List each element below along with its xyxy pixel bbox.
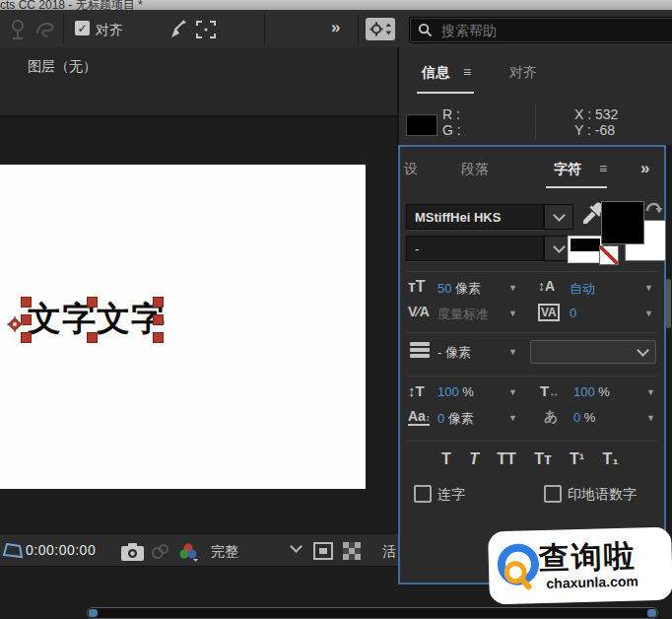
baseline-shift-value[interactable]: 0 像素	[437, 410, 474, 428]
marquee-bracket-icon[interactable]	[194, 19, 218, 40]
vertical-scale-value[interactable]: 100 %	[437, 384, 474, 399]
channel-rgb-icon[interactable]	[177, 542, 199, 562]
vertical-scale-icon: ↕T	[408, 382, 425, 399]
search-input[interactable]	[439, 22, 640, 39]
style-toggle-row: T T TT Tᴛ T¹ T₁	[441, 450, 619, 468]
font-size-value[interactable]: 50 像素	[437, 280, 481, 298]
info-panel-menu-icon[interactable]: ≡	[463, 64, 471, 80]
eyedropper-icon[interactable]	[579, 200, 603, 228]
stroke-width-number[interactable]: -	[437, 345, 441, 360]
puppet-pin-tool-icon[interactable]	[6, 18, 30, 41]
fill-color-swatch[interactable]	[601, 201, 644, 244]
vertical-scrollbar-thumb[interactable]	[666, 279, 671, 328]
subscript-button[interactable]: T₁	[603, 450, 619, 468]
baseline-unit: 像素	[448, 411, 474, 426]
info-y-value: Y : -68	[574, 122, 615, 138]
selection-handle-top-right[interactable]	[153, 297, 164, 308]
ligatures-label: 连字	[437, 486, 465, 504]
character-panel-menu-icon[interactable]: ≡	[599, 161, 607, 176]
font-family-value: MStiffHei HKS	[415, 210, 501, 225]
mask-shape-icon[interactable]	[2, 541, 24, 561]
font-size-dropdown-arrow[interactable]: ▼	[508, 283, 517, 293]
horizontal-scale-dropdown-arrow[interactable]: ▼	[646, 387, 655, 397]
baseline-shift-dropdown-arrow[interactable]: ▼	[508, 413, 517, 423]
transparency-grid-icon[interactable]	[343, 542, 361, 560]
ligatures-checkbox[interactable]	[414, 485, 432, 503]
tsume-glyph: あ	[544, 408, 558, 424]
vscale-number[interactable]: 100	[437, 384, 459, 399]
stroke-style-select[interactable]	[530, 340, 656, 364]
region-of-interest-icon[interactable]	[313, 542, 333, 560]
all-caps-button[interactable]: TT	[497, 450, 516, 468]
active-camera-label-partial[interactable]: 活	[382, 543, 396, 561]
selection-handle-mid-right[interactable]	[153, 314, 164, 325]
leading-value[interactable]: 自动	[570, 280, 595, 298]
horizontal-scale-value[interactable]: 100 %	[573, 384, 610, 399]
default-fill-stroke-swatch[interactable]	[568, 236, 603, 263]
timeline-scroll-right-handle[interactable]	[647, 609, 656, 617]
tsume-unit: %	[584, 410, 596, 425]
hscale-number[interactable]: 100	[573, 384, 595, 399]
selection-handle-top-left[interactable]	[21, 297, 32, 308]
timecode-display[interactable]: 0:00:00:00	[26, 542, 96, 558]
help-search-box[interactable]	[409, 17, 672, 43]
leading-dropdown-arrow[interactable]: ▼	[644, 283, 653, 293]
window-title: cts CC 2018 - 无标题项目 *	[0, 0, 143, 10]
tsume-value[interactable]: 0 %	[573, 410, 595, 425]
sync-settings-button[interactable]	[366, 18, 395, 40]
hindi-digits-checkbox[interactable]	[544, 485, 562, 503]
kerning-dropdown-arrow[interactable]: ▼	[508, 309, 517, 318]
tab-align[interactable]: 对齐	[509, 64, 537, 82]
small-caps-button[interactable]: Tᴛ	[534, 450, 552, 468]
gear-arrows-icon	[368, 20, 393, 38]
snap-cursor-icon[interactable]	[166, 18, 189, 41]
font-size-number[interactable]: 50	[437, 281, 451, 296]
tracking-value[interactable]: 0	[570, 306, 576, 320]
faux-bold-button[interactable]: T	[441, 450, 451, 468]
watermark-badge: 查询啦 chaxunla.com	[488, 527, 672, 605]
toolbar-overflow-button[interactable]: »	[331, 18, 338, 37]
selection-handle-top-center[interactable]	[87, 297, 98, 308]
tsume-number[interactable]: 0	[573, 410, 580, 425]
panel-overflow-button[interactable]: »	[640, 159, 647, 178]
vertical-scale-dropdown-arrow[interactable]: ▼	[508, 387, 517, 397]
baseline-arrow-glyph: ↕	[426, 413, 431, 423]
selection-handle-bottom-left[interactable]	[21, 332, 32, 343]
tsume-dropdown-arrow[interactable]: ▼	[646, 413, 655, 423]
magnification-dropdown-chevron-icon[interactable]	[290, 540, 302, 553]
timeline-scroll-left-handle[interactable]	[89, 609, 98, 617]
superscript-button[interactable]: T¹	[570, 450, 584, 468]
tab-info[interactable]: 信息	[422, 64, 449, 82]
check-icon: ✓	[77, 22, 87, 35]
selection-handle-bottom-right[interactable]	[153, 332, 164, 343]
composition-canvas[interactable]: 文字文字	[0, 165, 366, 489]
timeline-zoom-scrollbar[interactable]	[87, 607, 658, 619]
tab-presets-partial[interactable]: 设	[404, 161, 418, 178]
layer-panel-label[interactable]: 图层（无）	[28, 58, 97, 76]
tab-character[interactable]: 字符	[554, 161, 581, 178]
kerning-value[interactable]: 度量标准	[437, 306, 489, 323]
no-fill-swatch[interactable]	[599, 245, 619, 265]
swap-fill-stroke-icon[interactable]	[644, 198, 664, 214]
snapshot-camera-icon[interactable]	[120, 542, 145, 562]
font-style-select[interactable]: -	[406, 236, 544, 261]
vscale-unit: %	[462, 384, 474, 399]
stroke-width-dropdown-arrow[interactable]: ▼	[508, 347, 517, 357]
font-family-dropdown-button[interactable]	[544, 204, 573, 230]
selection-handle-bottom-center[interactable]	[87, 332, 98, 343]
snap-checkbox[interactable]: ✓	[75, 21, 90, 35]
tab-paragraph[interactable]: 段落	[461, 161, 489, 178]
faux-italic-button[interactable]: T	[469, 450, 479, 468]
anchor-point-icon[interactable]	[6, 315, 24, 333]
font-family-select[interactable]: MStiffHei HKS	[406, 204, 544, 230]
magnification-value[interactable]: 完整	[211, 543, 238, 561]
show-snapshot-icon[interactable]	[150, 543, 171, 561]
roto-brush-tool-icon[interactable]	[34, 18, 57, 41]
stroke-width-value[interactable]: - 像素	[437, 344, 471, 362]
default-black-swatch	[571, 239, 600, 251]
baseline-number[interactable]: 0	[437, 411, 444, 426]
top-toolbar: ✓ 对齐 »	[0, 10, 672, 48]
section-divider	[406, 271, 658, 272]
tracking-dropdown-arrow[interactable]: ▼	[644, 309, 653, 318]
hscale-arrow-glyph: ↔	[549, 387, 559, 398]
